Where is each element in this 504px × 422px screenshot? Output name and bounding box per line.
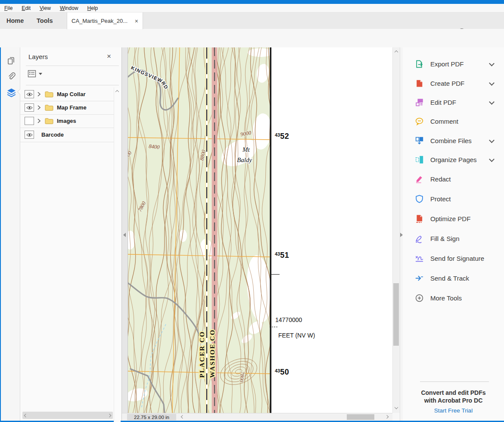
close-panel-icon[interactable]: × xyxy=(107,52,111,61)
scroll-right-icon[interactable] xyxy=(108,413,111,417)
tool-fill-sign[interactable]: Fill & Sign xyxy=(403,232,504,245)
chevron-down-icon[interactable] xyxy=(489,80,495,86)
pdf-page-map[interactable]: KINGSVIEWRD8800840000900078007800MtBaldy… xyxy=(128,47,271,413)
tools-panel: Export PDF Create PDF Edit PDF Comment C… xyxy=(403,47,504,421)
collapse-right-pane-arrow[interactable] xyxy=(400,233,403,237)
document-vertical-scrollbar[interactable] xyxy=(392,47,400,413)
scroll-up-icon[interactable] xyxy=(115,90,119,94)
tool-send-for-signature[interactable]: Send for Signature xyxy=(403,252,504,265)
tab-tools[interactable]: Tools xyxy=(37,13,53,29)
layers-options-button[interactable] xyxy=(28,70,45,78)
layer-row-map-collar[interactable]: Map Collar xyxy=(20,88,114,101)
divider xyxy=(26,66,119,66)
grid-ref-number: 52 xyxy=(280,132,289,141)
tool-label: Create PDF xyxy=(430,80,464,87)
state-plane-coordinate-label: 14770000 xyxy=(275,316,302,323)
layers-horizontal-scrollbar[interactable] xyxy=(22,412,113,419)
layers-scrollbar-track[interactable] xyxy=(114,88,121,422)
layer-visibility-checkbox[interactable] xyxy=(25,103,34,112)
tab-document[interactable]: CA_Martis_Peak_20... × xyxy=(67,13,143,29)
menu-bar: File Edit View Window Help xyxy=(0,4,504,13)
scroll-left-icon[interactable] xyxy=(24,413,28,417)
tool-more-tools[interactable]: More Tools xyxy=(403,291,504,304)
scroll-left-icon[interactable] xyxy=(181,415,184,419)
tool-label: Send for Signature xyxy=(430,255,484,262)
acrobat-window: File Edit View Window Help Home Tools CA… xyxy=(0,0,504,422)
chevron-down-icon[interactable] xyxy=(489,61,495,66)
chevron-down-icon[interactable] xyxy=(489,156,495,162)
edit-pdf-icon xyxy=(415,98,424,107)
chevron-down-icon[interactable] xyxy=(489,138,495,143)
feet-unit-label: FEET (NV W) xyxy=(278,332,315,339)
layers-panel-button[interactable] xyxy=(6,87,16,97)
layers-panel: Layers × Map Collar Map Frame xyxy=(20,47,122,421)
layer-row-map-frame[interactable]: Map Frame xyxy=(20,101,114,115)
menu-view[interactable]: View xyxy=(40,5,51,11)
pdf-page-margin: 4352 4351 4350 14770000 FEET (NV W) xyxy=(271,47,392,413)
page-thumbnails-button[interactable] xyxy=(6,56,16,66)
start-free-trial-link[interactable]: Start Free Trial xyxy=(403,407,504,414)
folder-icon xyxy=(45,91,53,97)
layers-icon xyxy=(6,87,17,98)
tab-home[interactable]: Home xyxy=(6,13,24,29)
grid-reference-label: 4351 xyxy=(275,251,289,260)
layer-name: Images xyxy=(57,118,76,124)
layer-visibility-checkbox[interactable] xyxy=(25,117,34,125)
horizontal-scrollbar-thumb[interactable] xyxy=(347,414,374,420)
tool-comment[interactable]: Comment xyxy=(403,115,504,128)
tool-redact[interactable]: Redact xyxy=(403,172,504,185)
menu-help[interactable]: Help xyxy=(87,5,98,11)
page-size-indicator: 22.75 x 29.00 in xyxy=(127,414,176,420)
redact-icon xyxy=(415,175,424,184)
layer-name: Map Frame xyxy=(57,104,87,111)
active-panel-notch xyxy=(18,89,21,95)
send-for-signature-icon xyxy=(415,254,424,263)
window-titlebar[interactable] xyxy=(0,0,504,4)
menu-edit[interactable]: Edit xyxy=(22,5,31,11)
layer-name: Barcode xyxy=(41,131,64,138)
protect-shield-icon xyxy=(415,194,424,203)
tool-export-pdf[interactable]: Export PDF xyxy=(403,57,504,70)
tool-label: Combine Files xyxy=(430,137,472,144)
attachments-button[interactable] xyxy=(6,71,16,81)
eye-icon xyxy=(26,133,33,137)
main-toolbar: / 1 150% xyxy=(0,29,504,48)
chevron-down-icon xyxy=(39,73,42,75)
promo-text-line1: Convert and edit PDFs xyxy=(403,389,504,396)
scroll-down-icon[interactable] xyxy=(395,406,398,409)
tool-create-pdf[interactable]: Create PDF xyxy=(403,77,504,90)
scroll-right-icon[interactable] xyxy=(385,415,389,419)
tool-protect[interactable]: Protect xyxy=(403,192,504,205)
expand-chevron-icon[interactable] xyxy=(37,105,41,110)
menu-file[interactable]: File xyxy=(4,5,12,11)
collapse-left-pane-arrow[interactable] xyxy=(123,233,126,237)
grid-ref-number: 50 xyxy=(280,368,289,377)
tool-label: Edit PDF xyxy=(430,99,456,106)
tab-bar: Home Tools CA_Martis_Peak_20... × ? Sign… xyxy=(0,13,504,29)
divider xyxy=(26,85,119,85)
grid-tick xyxy=(271,274,280,275)
grid-tick-dashed xyxy=(270,327,277,327)
tool-label: Optimize PDF xyxy=(430,215,470,222)
options-list-icon xyxy=(28,70,37,78)
tool-optimize-pdf[interactable]: Optimize PDF xyxy=(403,212,504,225)
tool-edit-pdf[interactable]: Edit PDF xyxy=(403,96,504,109)
export-pdf-icon xyxy=(415,59,424,69)
tool-combine-files[interactable]: Combine Files xyxy=(403,134,504,147)
layer-row-barcode[interactable]: Barcode xyxy=(20,128,114,142)
tool-send-track[interactable]: Send & Track xyxy=(403,272,504,284)
grid-ref-prefix: 43 xyxy=(275,368,280,373)
navigation-pane-rail xyxy=(0,47,20,421)
layer-visibility-checkbox[interactable] xyxy=(25,90,34,98)
layer-row-images[interactable]: Images xyxy=(20,114,114,128)
expand-chevron-icon[interactable] xyxy=(37,91,41,97)
create-pdf-icon xyxy=(415,79,424,88)
tool-organize-pages[interactable]: Organize Pages xyxy=(403,153,504,166)
expand-chevron-icon[interactable] xyxy=(37,118,41,124)
scroll-up-icon[interactable] xyxy=(395,50,398,54)
layer-visibility-checkbox[interactable] xyxy=(25,131,34,139)
chevron-down-icon[interactable] xyxy=(489,99,495,105)
close-tab-icon[interactable]: × xyxy=(135,18,138,25)
vertical-scrollbar-thumb[interactable] xyxy=(393,283,399,346)
menu-window[interactable]: Window xyxy=(60,5,78,11)
